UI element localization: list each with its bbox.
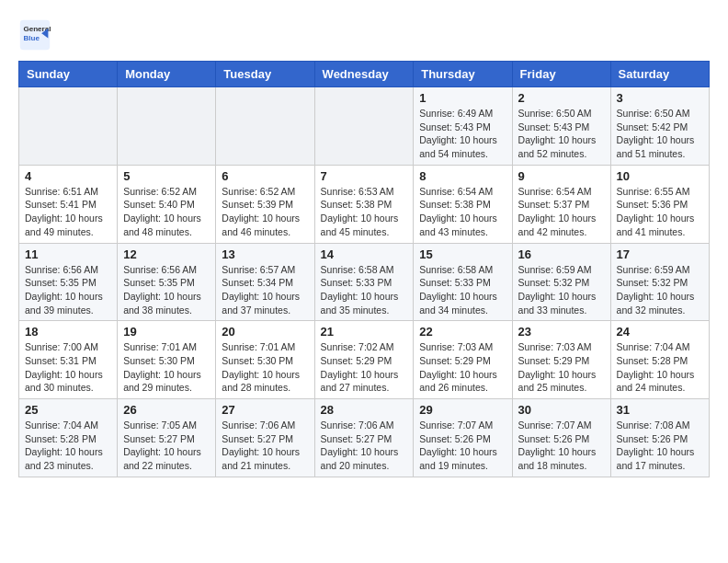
calendar-cell: [216, 87, 314, 166]
header-sunday: Sunday: [19, 62, 118, 87]
calendar-cell: 13Sunrise: 6:57 AMSunset: 5:34 PMDayligh…: [216, 243, 314, 321]
day-info: Sunrise: 7:02 AMSunset: 5:29 PMDaylight:…: [321, 340, 408, 395]
calendar-cell: 1Sunrise: 6:49 AMSunset: 5:43 PMDaylight…: [414, 87, 512, 166]
calendar-cell: 4Sunrise: 6:51 AMSunset: 5:41 PMDaylight…: [19, 165, 118, 243]
day-info: Sunrise: 6:49 AMSunset: 5:43 PMDaylight:…: [419, 107, 506, 161]
day-number: 18: [25, 325, 111, 339]
day-info: Sunrise: 6:56 AMSunset: 5:35 PMDaylight:…: [25, 263, 111, 317]
svg-text:Blue: Blue: [23, 34, 40, 42]
day-number: 21: [321, 325, 408, 339]
day-number: 12: [123, 247, 210, 261]
day-number: 24: [617, 325, 703, 339]
day-number: 17: [617, 247, 703, 261]
calendar-cell: 18Sunrise: 7:00 AMSunset: 5:31 PMDayligh…: [19, 321, 118, 399]
day-number: 19: [123, 325, 210, 339]
day-info: Sunrise: 7:06 AMSunset: 5:27 PMDaylight:…: [222, 419, 308, 473]
day-number: 13: [222, 247, 308, 261]
day-number: 30: [518, 403, 605, 417]
calendar-cell: 6Sunrise: 6:52 AMSunset: 5:39 PMDaylight…: [216, 165, 314, 243]
calendar-cell: 22Sunrise: 7:03 AMSunset: 5:29 PMDayligh…: [414, 321, 512, 399]
calendar-cell: 21Sunrise: 7:02 AMSunset: 5:29 PMDayligh…: [314, 321, 414, 399]
day-info: Sunrise: 7:04 AMSunset: 5:28 PMDaylight:…: [25, 419, 111, 473]
calendar-cell: 23Sunrise: 7:03 AMSunset: 5:29 PMDayligh…: [512, 321, 610, 399]
calendar-cell: 29Sunrise: 7:07 AMSunset: 5:26 PMDayligh…: [414, 399, 512, 477]
calendar-cell: 9Sunrise: 6:54 AMSunset: 5:37 PMDaylight…: [512, 165, 610, 243]
calendar-cell: 11Sunrise: 6:56 AMSunset: 5:35 PMDayligh…: [19, 243, 118, 321]
day-info: Sunrise: 7:04 AMSunset: 5:28 PMDaylight:…: [617, 340, 703, 395]
day-number: 4: [25, 169, 111, 183]
header-saturday: Saturday: [610, 62, 709, 87]
day-info: Sunrise: 7:01 AMSunset: 5:30 PMDaylight:…: [222, 340, 308, 395]
header-wednesday: Wednesday: [314, 62, 414, 87]
calendar-week-5: 25Sunrise: 7:04 AMSunset: 5:28 PMDayligh…: [19, 399, 710, 477]
day-number: 9: [518, 169, 605, 183]
header-thursday: Thursday: [414, 62, 512, 87]
day-number: 15: [419, 247, 506, 261]
day-number: 6: [222, 169, 308, 183]
day-info: Sunrise: 7:08 AMSunset: 5:26 PMDaylight:…: [617, 419, 703, 473]
day-info: Sunrise: 6:52 AMSunset: 5:40 PMDaylight:…: [123, 185, 210, 239]
day-info: Sunrise: 6:56 AMSunset: 5:35 PMDaylight:…: [123, 263, 210, 317]
calendar-cell: 31Sunrise: 7:08 AMSunset: 5:26 PMDayligh…: [610, 399, 709, 477]
calendar-cell: [314, 87, 414, 166]
calendar-cell: 12Sunrise: 6:56 AMSunset: 5:35 PMDayligh…: [118, 243, 216, 321]
calendar-week-2: 4Sunrise: 6:51 AMSunset: 5:41 PMDaylight…: [19, 165, 710, 243]
day-info: Sunrise: 7:00 AMSunset: 5:31 PMDaylight:…: [25, 340, 111, 395]
page-header: General Blue: [18, 18, 710, 52]
day-number: 10: [617, 169, 703, 183]
day-number: 2: [518, 91, 605, 105]
day-info: Sunrise: 6:57 AMSunset: 5:34 PMDaylight:…: [222, 263, 308, 317]
day-info: Sunrise: 6:50 AMSunset: 5:42 PMDaylight:…: [617, 107, 703, 161]
day-number: 11: [25, 247, 111, 261]
calendar-cell: 30Sunrise: 7:07 AMSunset: 5:26 PMDayligh…: [512, 399, 610, 477]
day-info: Sunrise: 6:54 AMSunset: 5:38 PMDaylight:…: [419, 185, 506, 239]
calendar-cell: 8Sunrise: 6:54 AMSunset: 5:38 PMDaylight…: [414, 165, 512, 243]
day-number: 1: [419, 91, 506, 105]
calendar-cell: 15Sunrise: 6:58 AMSunset: 5:33 PMDayligh…: [414, 243, 512, 321]
day-number: 7: [321, 169, 408, 183]
calendar-week-3: 11Sunrise: 6:56 AMSunset: 5:35 PMDayligh…: [19, 243, 710, 321]
day-number: 5: [123, 169, 210, 183]
day-number: 8: [419, 169, 506, 183]
calendar-cell: 2Sunrise: 6:50 AMSunset: 5:43 PMDaylight…: [512, 87, 610, 166]
day-info: Sunrise: 7:03 AMSunset: 5:29 PMDaylight:…: [419, 340, 506, 395]
day-number: 20: [222, 325, 308, 339]
calendar-cell: 19Sunrise: 7:01 AMSunset: 5:30 PMDayligh…: [118, 321, 216, 399]
calendar-cell: 26Sunrise: 7:05 AMSunset: 5:27 PMDayligh…: [118, 399, 216, 477]
day-info: Sunrise: 6:54 AMSunset: 5:37 PMDaylight:…: [518, 185, 605, 239]
day-info: Sunrise: 6:50 AMSunset: 5:43 PMDaylight:…: [518, 107, 605, 161]
calendar-cell: [19, 87, 118, 166]
header-friday: Friday: [512, 62, 610, 87]
day-info: Sunrise: 6:51 AMSunset: 5:41 PMDaylight:…: [25, 185, 111, 239]
day-number: 22: [419, 325, 506, 339]
calendar-cell: 3Sunrise: 6:50 AMSunset: 5:42 PMDaylight…: [610, 87, 709, 166]
calendar-header-row: SundayMondayTuesdayWednesdayThursdayFrid…: [19, 62, 710, 87]
day-number: 3: [617, 91, 703, 105]
day-info: Sunrise: 6:59 AMSunset: 5:32 PMDaylight:…: [518, 263, 605, 317]
calendar-week-4: 18Sunrise: 7:00 AMSunset: 5:31 PMDayligh…: [19, 321, 710, 399]
calendar-cell: 16Sunrise: 6:59 AMSunset: 5:32 PMDayligh…: [512, 243, 610, 321]
calendar-cell: 5Sunrise: 6:52 AMSunset: 5:40 PMDaylight…: [118, 165, 216, 243]
calendar-table: SundayMondayTuesdayWednesdayThursdayFrid…: [18, 61, 710, 477]
day-info: Sunrise: 6:59 AMSunset: 5:32 PMDaylight:…: [617, 263, 703, 317]
calendar-cell: 10Sunrise: 6:55 AMSunset: 5:36 PMDayligh…: [610, 165, 709, 243]
day-number: 25: [25, 403, 111, 417]
day-info: Sunrise: 6:58 AMSunset: 5:33 PMDaylight:…: [321, 263, 408, 317]
day-number: 23: [518, 325, 605, 339]
calendar-cell: 7Sunrise: 6:53 AMSunset: 5:38 PMDaylight…: [314, 165, 414, 243]
day-info: Sunrise: 6:58 AMSunset: 5:33 PMDaylight:…: [419, 263, 506, 317]
day-number: 29: [419, 403, 506, 417]
day-info: Sunrise: 7:05 AMSunset: 5:27 PMDaylight:…: [123, 419, 210, 473]
day-info: Sunrise: 7:07 AMSunset: 5:26 PMDaylight:…: [419, 419, 506, 473]
day-info: Sunrise: 6:55 AMSunset: 5:36 PMDaylight:…: [617, 185, 703, 239]
day-info: Sunrise: 7:06 AMSunset: 5:27 PMDaylight:…: [321, 419, 408, 473]
calendar-cell: [118, 87, 216, 166]
header-monday: Monday: [118, 62, 216, 87]
logo-icon: General Blue: [18, 18, 51, 52]
day-info: Sunrise: 6:53 AMSunset: 5:38 PMDaylight:…: [321, 185, 408, 239]
day-number: 16: [518, 247, 605, 261]
calendar-week-1: 1Sunrise: 6:49 AMSunset: 5:43 PMDaylight…: [19, 87, 710, 166]
day-number: 31: [617, 403, 703, 417]
day-number: 27: [222, 403, 308, 417]
day-info: Sunrise: 7:03 AMSunset: 5:29 PMDaylight:…: [518, 340, 605, 395]
